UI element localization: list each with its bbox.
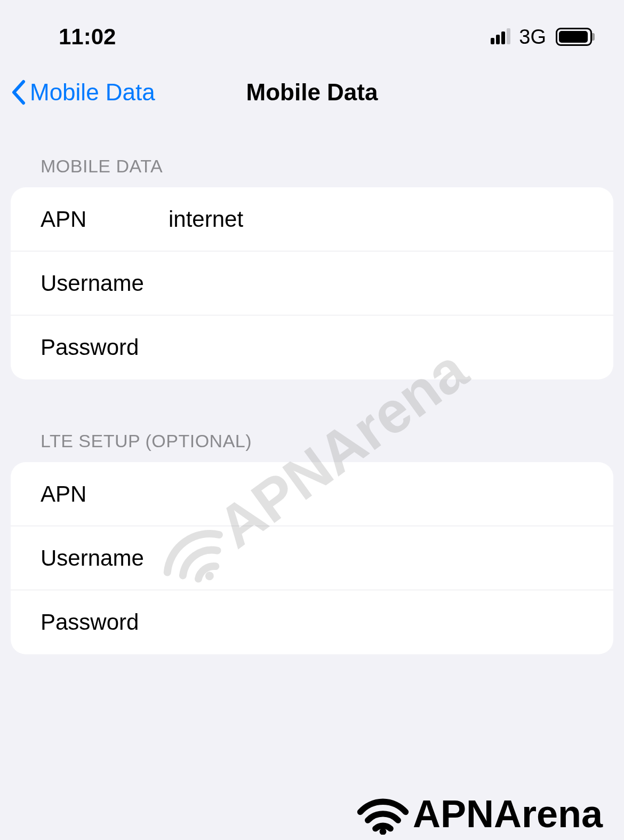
field-label-lte-apn: APN bbox=[41, 481, 169, 507]
field-row-lte-password[interactable]: Password bbox=[11, 590, 613, 654]
section-group-lte: APN Username Password bbox=[11, 462, 613, 654]
lte-username-input[interactable] bbox=[169, 545, 592, 571]
apn-input[interactable] bbox=[169, 207, 592, 232]
field-row-apn[interactable]: APN bbox=[11, 187, 613, 251]
svg-point-1 bbox=[380, 828, 387, 835]
field-label-username: Username bbox=[41, 271, 169, 296]
watermark-bottom-text: APNArena bbox=[413, 792, 603, 836]
battery-icon bbox=[556, 28, 592, 46]
status-bar: 11:02 3G bbox=[0, 0, 624, 53]
lte-password-input[interactable] bbox=[169, 609, 592, 635]
field-row-lte-username[interactable]: Username bbox=[11, 526, 613, 590]
back-label: Mobile Data bbox=[30, 79, 155, 106]
content-area: MOBILE DATA APN Username Password LTE SE… bbox=[0, 122, 624, 654]
field-label-password: Password bbox=[41, 335, 169, 360]
section-header-mobile-data: MOBILE DATA bbox=[11, 156, 613, 187]
status-right: 3G bbox=[491, 26, 592, 49]
field-row-lte-apn[interactable]: APN bbox=[11, 462, 613, 526]
username-input[interactable] bbox=[169, 271, 592, 296]
watermark-bottom: APNArena bbox=[356, 792, 603, 836]
wifi-icon bbox=[356, 793, 410, 835]
network-label: 3G bbox=[519, 26, 546, 49]
field-row-username[interactable]: Username bbox=[11, 251, 613, 315]
back-button[interactable]: Mobile Data bbox=[11, 79, 155, 106]
section-group-mobile-data: APN Username Password bbox=[11, 187, 613, 379]
password-input[interactable] bbox=[169, 335, 592, 360]
field-row-password[interactable]: Password bbox=[11, 315, 613, 379]
lte-apn-input[interactable] bbox=[169, 481, 592, 507]
page-title: Mobile Data bbox=[246, 79, 378, 106]
navigation-bar: Mobile Data Mobile Data bbox=[0, 53, 624, 122]
status-time: 11:02 bbox=[59, 24, 116, 50]
signal-icon bbox=[491, 29, 510, 44]
section-header-lte: LTE SETUP (OPTIONAL) bbox=[11, 431, 613, 462]
chevron-left-icon bbox=[11, 80, 26, 105]
field-label-lte-password: Password bbox=[41, 609, 169, 635]
field-label-apn: APN bbox=[41, 207, 169, 232]
field-label-lte-username: Username bbox=[41, 545, 169, 571]
